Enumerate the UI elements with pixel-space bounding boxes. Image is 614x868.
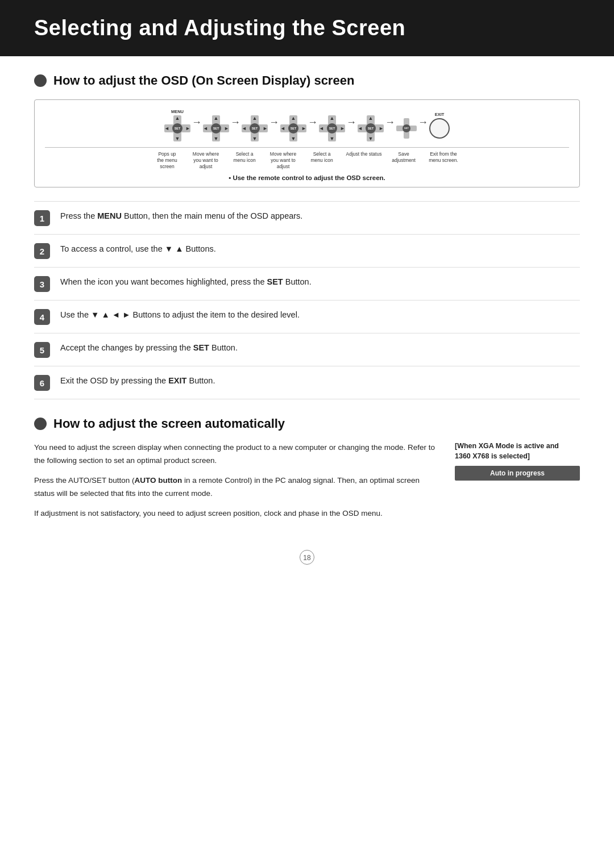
auto-sidebar: [When XGA Mode is active and1360 X768 is… [455, 441, 580, 481]
step-number-5: 5 [34, 342, 50, 358]
step-row-5: 5 Accept the changes by pressing the SET… [34, 333, 580, 366]
diagram-step-2: SET ▲ ▼ ◄ ► [203, 109, 229, 141]
diagram-flow: MENU SET ▲ ▼ ◄ ► → [45, 109, 569, 141]
step-number-2: 2 [34, 243, 50, 259]
step-row-3: 3 When the icon you want becomes highlig… [34, 268, 580, 301]
auto-content: You need to adjust the screen display wh… [34, 441, 580, 527]
auto-para-2: Press the AUTO/SET button (AUTO button i… [34, 474, 438, 500]
diagram-label-4: Move whereyou want toadjust [264, 151, 302, 170]
step-text-1: Press the MENU Button, then the main men… [60, 210, 302, 223]
diagram-note: Use the remote control to adjust the OSD… [45, 174, 569, 181]
step-text-5: Accept the changes by pressing the SET B… [60, 341, 238, 354]
step-number-4: 4 [34, 309, 50, 325]
section2-bullet [34, 418, 47, 430]
diagram-label-1: Pops upthe menuscreen [148, 151, 186, 170]
step-number-1: 1 [34, 210, 50, 226]
diagram-label-3: Select amenu icon [225, 151, 264, 164]
diagram-step-1: MENU SET ▲ ▼ ◄ ► [164, 109, 190, 141]
diagram-step-4: SET ▲ ▼ ◄ ► [280, 109, 306, 141]
section2-title: How to adjust the screen automatically [34, 416, 580, 431]
step-row-1: 1 Press the MENU Button, then the main m… [34, 201, 580, 235]
step-row-6: 6 Exit the OSD by pressing the EXIT Butt… [34, 366, 580, 399]
page-number-area: 18 [34, 550, 580, 576]
diagram-label-8: Exit from themenu screen. [421, 151, 466, 164]
auto-para-1: You need to adjust the screen display wh… [34, 441, 438, 468]
auto-text: You need to adjust the screen display wh… [34, 441, 438, 527]
page-header: Selecting and Adjusting the Screen [0, 0, 614, 56]
osd-diagram: MENU SET ▲ ▼ ◄ ► → [34, 99, 580, 187]
step-row-2: 2 To access a control, use the ▼ ▲ Butto… [34, 235, 580, 268]
diagram-label-5: Select amenu icon [302, 151, 341, 164]
auto-para-3: If adjustment is not satisfactory, you n… [34, 507, 438, 520]
page-title: Selecting and Adjusting the Screen [34, 16, 580, 40]
diagram-label-7: Saveadjustment [387, 151, 421, 164]
diagram-step-7: SET [396, 112, 417, 139]
auto-progress-bar: Auto in progress [455, 466, 580, 481]
step-text-2: To access a control, use the ▼ ▲ Buttons… [60, 243, 216, 256]
diagram-step-8: EXIT [429, 112, 450, 139]
diagram-step-6: SET ▲ ▼ ◄ ► [358, 109, 384, 141]
diagram-label-6: Adjust the status [341, 151, 387, 157]
step-number-3: 3 [34, 276, 50, 292]
diagram-label-2: Move whereyou want toadjust [186, 151, 225, 170]
steps-list: 1 Press the MENU Button, then the main m… [34, 201, 580, 399]
diagram-step-3: SET ▲ ▼ ◄ ► [242, 109, 268, 141]
section1-bullet [34, 74, 47, 87]
step-text-3: When the icon you want becomes highlight… [60, 276, 312, 289]
section2: How to adjust the screen automatically Y… [34, 416, 580, 527]
diagram-step-5: SET ▲ ▼ ◄ ► [319, 109, 345, 141]
page-content: How to adjust the OSD (On Screen Display… [0, 73, 614, 576]
step-number-6: 6 [34, 375, 50, 391]
step-row-4: 4 Use the ▼ ▲ ◄ ► Buttons to adjust the … [34, 301, 580, 333]
page-number: 18 [300, 550, 314, 565]
step-text-6: Exit the OSD by pressing the EXIT Button… [60, 374, 215, 387]
step-text-4: Use the ▼ ▲ ◄ ► Buttons to adjust the it… [60, 308, 300, 322]
section1-title: How to adjust the OSD (On Screen Display… [34, 73, 580, 88]
sidebar-note: [When XGA Mode is active and1360 X768 is… [455, 441, 580, 461]
